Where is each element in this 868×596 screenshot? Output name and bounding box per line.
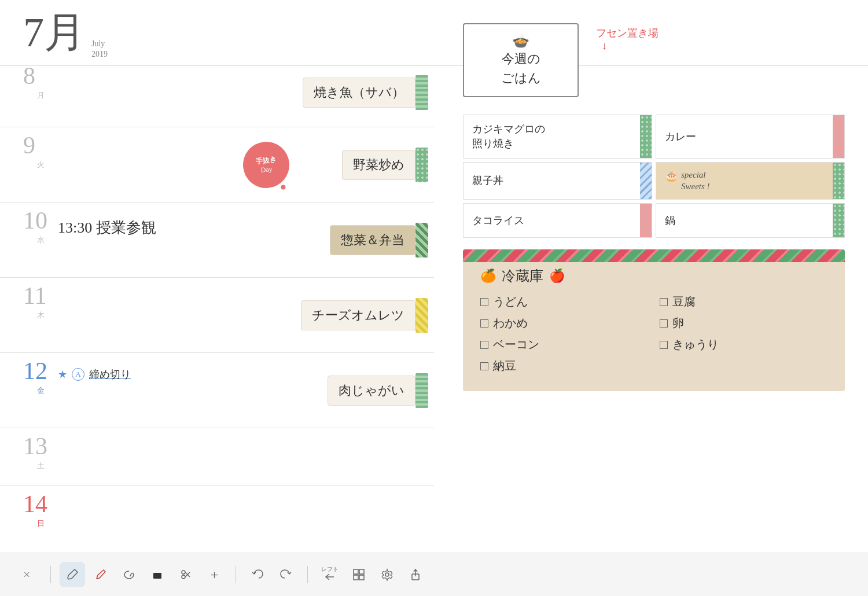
settings-button[interactable]: [374, 562, 400, 587]
cake-icon: 🎂: [665, 170, 678, 182]
grocery-header: 🍊 冷蔵庫 🍎: [480, 267, 827, 285]
day-label-11: 木: [23, 310, 58, 321]
food-sticker-10[interactable]: 惣菜＆弁当: [330, 223, 428, 257]
grid-button[interactable]: [346, 562, 372, 587]
add-button[interactable]: +: [201, 562, 227, 587]
meal-cell-4[interactable]: 🎂 specialSweets !: [656, 162, 845, 200]
grocery-item-3: わかめ: [480, 315, 648, 331]
scissors-icon: [179, 568, 192, 581]
day-num-9: 9: [23, 133, 58, 157]
food-label-9: 野菜炒め: [342, 150, 415, 180]
eraser-tool-button[interactable]: [145, 562, 170, 587]
meal-cell-3[interactable]: 親子丼: [463, 162, 652, 200]
food-sticker-12[interactable]: 肉じゃがい: [328, 373, 428, 408]
pencil-tool-button[interactable]: [60, 562, 85, 587]
lasso-icon: [123, 568, 135, 581]
food-sticker-11[interactable]: チーズオムレツ: [301, 298, 428, 333]
calendar-left: 8 月 焼き魚（サバ） 9 火 手抜き Day 野菜炒め: [0, 58, 434, 550]
grocery-item-4: 卵: [660, 315, 827, 331]
food-label-11: チーズオムレツ: [301, 300, 415, 330]
day-row-13: 13 土: [0, 428, 434, 486]
day-label-8: 月: [23, 90, 58, 101]
meal-tape-3: [640, 163, 652, 199]
meal-cell-2[interactable]: カレー: [656, 115, 845, 159]
grocery-item-6: きゅうり: [660, 337, 827, 352]
day-row-10: 10 水 13:30 授業参観 惣菜＆弁当: [0, 203, 434, 278]
redo-icon: [279, 568, 292, 581]
day-row-14: 14 日: [0, 486, 434, 544]
day-row-9: 9 火 手抜き Day 野菜炒め: [0, 127, 434, 203]
tape-8: [415, 75, 428, 110]
left-button[interactable]: レフト: [317, 564, 343, 585]
lasso-tool-button[interactable]: [116, 562, 142, 587]
day-label-14: 日: [23, 518, 58, 529]
day-num-11: 11: [23, 284, 58, 308]
tape-10: [415, 223, 428, 257]
eraser-icon: [151, 568, 164, 581]
month-label: July 2019: [91, 39, 108, 60]
meal-grid: カジキマグロの照り焼き カレー 親子丼 🎂 specialSweets ! タコ…: [463, 115, 845, 238]
food-label-8: 焼き魚（サバ）: [303, 78, 415, 108]
gear-icon: [381, 568, 393, 581]
checkbox-6[interactable]: [660, 341, 668, 349]
meal-text-6: 鍋: [665, 214, 675, 228]
weekly-header: 🍲 今週のごはん: [463, 23, 579, 97]
stamp-bubble-9: 手抜き Day: [241, 140, 292, 190]
share-button[interactable]: [403, 562, 428, 587]
checkbox-5[interactable]: [480, 341, 488, 349]
redo-button[interactable]: [273, 562, 299, 587]
close-button[interactable]: ×: [23, 567, 30, 582]
grocery-items: うどん 豆腐 わかめ 卵 ベーコン きゅうり: [480, 294, 827, 374]
orange-icon: 🍊: [480, 268, 496, 284]
food-label-10: 惣菜＆弁当: [330, 225, 415, 255]
meal-text-4: specialSweets !: [681, 170, 710, 192]
meal-text-5: タコライス: [472, 214, 524, 228]
pen-tool-button[interactable]: [88, 562, 113, 587]
checkbox-1[interactable]: [480, 298, 488, 306]
day-label-13: 土: [23, 461, 58, 471]
grocery-item-2: 豆腐: [660, 294, 827, 310]
month-number: 7月: [23, 12, 86, 53]
meal-text-2: カレー: [665, 130, 696, 144]
meal-cell-1[interactable]: カジキマグロの照り焼き: [463, 115, 652, 159]
meal-tape-2: [833, 115, 844, 158]
right-panel: 🍲 今週のごはん フセン置き場 ↓ カジキマグロの照り焼き カレー 親子丼 🎂: [463, 23, 845, 391]
checkbox-2[interactable]: [660, 298, 668, 306]
day-num-10: 10: [23, 208, 58, 233]
left-icon: [325, 573, 335, 581]
meal-tape-4: [833, 163, 844, 199]
svg-rect-7: [359, 569, 364, 574]
checkbox-3[interactable]: [480, 319, 488, 328]
day-label-12: 金: [23, 385, 58, 396]
svg-point-10: [385, 573, 389, 576]
grocery-tape-top: [463, 249, 845, 262]
meal-cell-6[interactable]: 鍋: [656, 203, 845, 238]
tape-9: [415, 148, 428, 182]
grocery-note: 🍊 冷蔵庫 🍎 うどん 豆腐 わかめ 卵 ベーコン: [463, 249, 845, 391]
grocery-title: 冷蔵庫: [502, 267, 543, 285]
day-num-13: 13: [23, 434, 58, 458]
svg-point-1: [182, 571, 185, 574]
undo-button[interactable]: [245, 562, 270, 587]
undo-icon: [251, 568, 264, 581]
day-label-10: 水: [23, 235, 58, 245]
pencil-icon: [66, 568, 79, 581]
weekly-header-text: 今週のごはん: [479, 49, 563, 87]
day-row-8: 8 月 焼き魚（サバ）: [0, 58, 434, 127]
food-label-12: 肉じゃがい: [328, 376, 415, 406]
meal-cell-5[interactable]: タコライス: [463, 203, 652, 238]
meal-tape-5: [640, 204, 652, 237]
toolbar: × +: [0, 553, 868, 596]
meal-text-3: 親子丼: [472, 174, 503, 188]
food-sticker-8[interactable]: 焼き魚（サバ）: [303, 75, 428, 110]
scissors-tool-button[interactable]: [173, 562, 198, 587]
checkbox-7[interactable]: [480, 362, 488, 370]
meal-tape-6: [833, 204, 844, 237]
checkbox-4[interactable]: [660, 319, 668, 328]
svg-rect-0: [153, 573, 161, 579]
food-sticker-9[interactable]: 野菜炒め: [342, 148, 428, 182]
tape-12: [415, 373, 428, 408]
tape-11: [415, 298, 428, 333]
grocery-item-1: うどん: [480, 294, 648, 310]
stamp-dot: [281, 185, 286, 190]
